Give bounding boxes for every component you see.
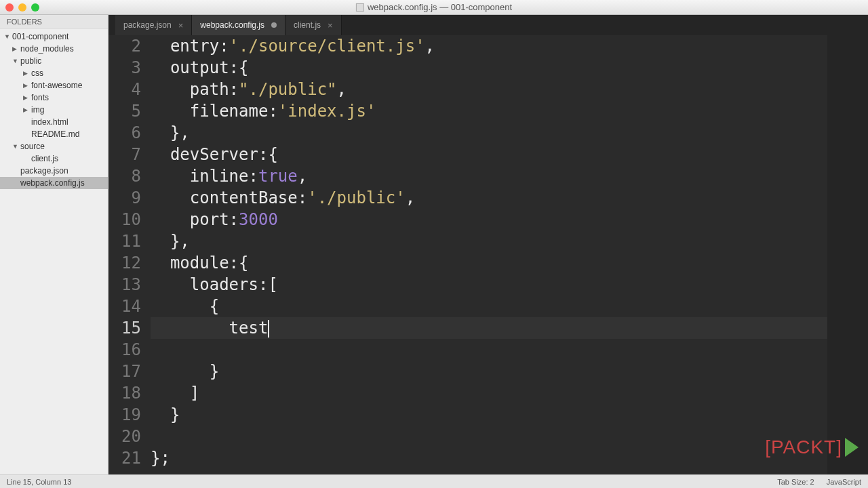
code-line[interactable]: } [151,404,827,426]
tree-item-label: 001-component [12,32,68,41]
status-tab-size[interactable]: Tab Size: 2 [777,478,814,486]
code-line[interactable]: }; [151,447,827,469]
tree-item[interactable]: ▼source [0,140,108,152]
sidebar-header: FOLDERS [0,15,108,29]
chevron-down-icon[interactable]: ▼ [12,58,19,64]
tree-item-label: source [20,142,45,151]
code-token: } [151,362,219,381]
code-token: module:{ [151,253,249,272]
code-area[interactable]: 23456789101112131415161718192021 entry:'… [108,35,868,474]
window-title-text: webpack.config.js — 001-component [368,2,512,12]
chevron-down-icon[interactable]: ▼ [12,143,19,150]
status-cursor-position[interactable]: Line 15, Column 13 [7,478,71,486]
tree-item-label: README.md [31,129,79,139]
line-number: 3 [108,57,141,79]
editor-area: package.json×webpack.config.jsclient.js×… [108,15,868,474]
code-line[interactable]: ] [151,382,827,404]
tree-item-label: css [31,68,43,78]
code-token: entry: [151,37,229,56]
minimize-window-button[interactable] [18,3,26,12]
status-language[interactable]: JavaScript [827,478,861,486]
code-content[interactable]: entry:'./source/client.js', output:{ pat… [151,35,827,474]
code-token: devServer:{ [151,145,278,164]
close-icon[interactable]: × [178,20,184,30]
chevron-right-icon[interactable]: ▶ [23,70,30,77]
tree-item[interactable]: ▼001-component [0,30,108,43]
window-title: webpack.config.js — 001-component [356,2,512,12]
editor-tab[interactable]: package.json× [115,15,192,35]
line-number: 5 [108,100,141,122]
editor-tab[interactable]: client.js× [285,15,342,35]
line-number: 7 [108,144,141,165]
line-number: 2 [108,35,141,57]
line-number: 9 [108,187,141,209]
code-line[interactable]: } [151,361,827,382]
code-line[interactable]: output:{ [151,57,827,79]
tree-item[interactable]: client.js [0,152,108,165]
line-number: 4 [108,79,141,100]
code-line[interactable]: }, [151,122,827,144]
line-number: 19 [108,404,141,426]
sidebar: FOLDERS ▼001-component▶node_modules▼publ… [0,15,108,474]
code-line[interactable]: contentBase:'./public', [151,187,827,209]
code-token: port: [151,210,239,229]
tab-label: webpack.config.js [200,20,264,30]
code-line[interactable]: path:"./public", [151,79,827,100]
window-controls [5,3,39,12]
tree-item[interactable]: webpack.config.js [0,177,108,189]
code-line[interactable]: loaders:[ [151,274,827,296]
line-number: 15 [108,317,141,339]
code-token: , [298,167,307,186]
zoom-window-button[interactable] [31,3,39,12]
chevron-right-icon[interactable]: ▶ [23,94,30,101]
tree-item-label: public [20,56,41,66]
line-number-gutter: 23456789101112131415161718192021 [108,35,151,474]
code-line[interactable]: entry:'./source/client.js', [151,35,827,57]
code-token: "./public" [239,80,337,99]
code-token: 3000 [239,210,278,229]
tree-item-label: client.js [31,154,58,163]
line-number: 6 [108,122,141,144]
tree-item[interactable]: ▼public [0,55,108,67]
chevron-right-icon[interactable]: ▶ [23,106,30,113]
tree-item-label: node_modules [20,44,74,54]
code-line[interactable]: }, [151,230,827,252]
code-line[interactable]: inline:true, [151,165,827,187]
code-line[interactable]: module:{ [151,252,827,274]
tree-item-label: webpack.config.js [20,178,85,188]
code-line[interactable] [151,339,827,361]
tree-item[interactable]: README.md [0,128,108,140]
file-tree[interactable]: ▼001-component▶node_modules▼public▶css▶f… [0,29,108,474]
close-icon[interactable]: × [328,20,333,30]
code-token: output:{ [151,58,249,77]
code-line[interactable]: port:3000 [151,209,827,230]
minimap[interactable] [827,35,868,474]
code-token: , [406,188,415,207]
tree-item[interactable]: index.html [0,116,108,128]
code-line[interactable]: devServer:{ [151,144,827,165]
chevron-down-icon[interactable]: ▼ [4,33,11,40]
titlebar: webpack.config.js — 001-component [0,0,868,15]
line-number: 16 [108,339,141,361]
chevron-right-icon[interactable]: ▶ [23,82,30,89]
close-window-button[interactable] [5,3,14,12]
editor-tab[interactable]: webpack.config.js [192,15,285,35]
chevron-right-icon[interactable]: ▶ [12,45,19,52]
line-number: 18 [108,382,141,404]
tree-item[interactable]: ▶font-awesome [0,79,108,92]
tree-item[interactable]: ▶node_modules [0,43,108,55]
tree-item[interactable]: ▶img [0,104,108,116]
code-line[interactable] [151,426,827,447]
line-number: 13 [108,274,141,296]
code-line[interactable]: filename:'index.js' [151,100,827,122]
tree-item[interactable]: ▶fonts [0,92,108,104]
watermark-text: [PACKT] [765,436,842,458]
code-token: , [337,80,347,99]
tree-item[interactable]: ▶css [0,67,108,79]
code-line[interactable]: test [151,317,827,339]
code-token: contentBase: [151,188,307,207]
line-number: 17 [108,361,141,382]
tree-item[interactable]: package.json [0,165,108,177]
file-icon [356,3,364,12]
code-line[interactable]: { [151,296,827,317]
